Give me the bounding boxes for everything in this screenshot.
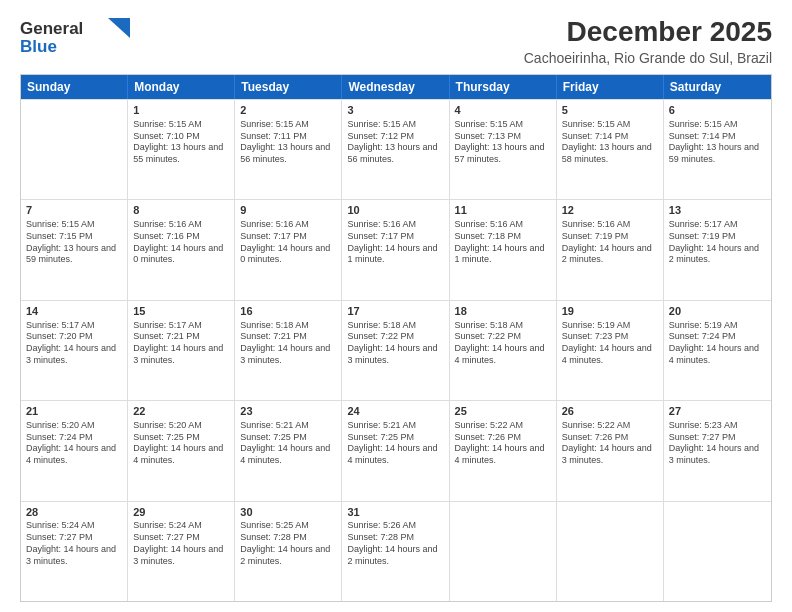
empty-cell-4-5 [557,502,664,601]
svg-text:General: General [20,19,83,38]
empty-cell-4-4 [450,502,557,601]
calendar-cell-13: 13Sunrise: 5:17 AM Sunset: 7:19 PM Dayli… [664,200,771,299]
day-info: Sunrise: 5:18 AM Sunset: 7:21 PM Dayligh… [240,320,336,367]
calendar-cell-10: 10Sunrise: 5:16 AM Sunset: 7:17 PM Dayli… [342,200,449,299]
calendar-cell-3: 3Sunrise: 5:15 AM Sunset: 7:12 PM Daylig… [342,100,449,199]
day-number: 30 [240,505,336,520]
calendar-cell-2: 2Sunrise: 5:15 AM Sunset: 7:11 PM Daylig… [235,100,342,199]
day-number: 24 [347,404,443,419]
day-info: Sunrise: 5:15 AM Sunset: 7:14 PM Dayligh… [562,119,658,166]
day-number: 23 [240,404,336,419]
day-info: Sunrise: 5:15 AM Sunset: 7:15 PM Dayligh… [26,219,122,266]
day-info: Sunrise: 5:21 AM Sunset: 7:25 PM Dayligh… [240,420,336,467]
day-number: 14 [26,304,122,319]
day-info: Sunrise: 5:15 AM Sunset: 7:10 PM Dayligh… [133,119,229,166]
calendar-cell-8: 8Sunrise: 5:16 AM Sunset: 7:16 PM Daylig… [128,200,235,299]
calendar-cell-17: 17Sunrise: 5:18 AM Sunset: 7:22 PM Dayli… [342,301,449,400]
calendar-cell-5: 5Sunrise: 5:15 AM Sunset: 7:14 PM Daylig… [557,100,664,199]
header-friday: Friday [557,75,664,99]
day-info: Sunrise: 5:22 AM Sunset: 7:26 PM Dayligh… [562,420,658,467]
calendar-cell-14: 14Sunrise: 5:17 AM Sunset: 7:20 PM Dayli… [21,301,128,400]
calendar-row-3: 21Sunrise: 5:20 AM Sunset: 7:24 PM Dayli… [21,400,771,500]
empty-cell-0-0 [21,100,128,199]
calendar-cell-30: 30Sunrise: 5:25 AM Sunset: 7:28 PM Dayli… [235,502,342,601]
calendar-cell-27: 27Sunrise: 5:23 AM Sunset: 7:27 PM Dayli… [664,401,771,500]
day-info: Sunrise: 5:25 AM Sunset: 7:28 PM Dayligh… [240,520,336,567]
day-info: Sunrise: 5:19 AM Sunset: 7:24 PM Dayligh… [669,320,766,367]
day-number: 25 [455,404,551,419]
header-tuesday: Tuesday [235,75,342,99]
calendar-cell-22: 22Sunrise: 5:20 AM Sunset: 7:25 PM Dayli… [128,401,235,500]
empty-cell-4-6 [664,502,771,601]
calendar-cell-25: 25Sunrise: 5:22 AM Sunset: 7:26 PM Dayli… [450,401,557,500]
calendar-cell-11: 11Sunrise: 5:16 AM Sunset: 7:18 PM Dayli… [450,200,557,299]
day-number: 19 [562,304,658,319]
calendar-cell-23: 23Sunrise: 5:21 AM Sunset: 7:25 PM Dayli… [235,401,342,500]
calendar-cell-6: 6Sunrise: 5:15 AM Sunset: 7:14 PM Daylig… [664,100,771,199]
day-number: 27 [669,404,766,419]
day-number: 7 [26,203,122,218]
day-info: Sunrise: 5:16 AM Sunset: 7:18 PM Dayligh… [455,219,551,266]
day-info: Sunrise: 5:15 AM Sunset: 7:12 PM Dayligh… [347,119,443,166]
calendar-cell-7: 7Sunrise: 5:15 AM Sunset: 7:15 PM Daylig… [21,200,128,299]
day-number: 8 [133,203,229,218]
day-info: Sunrise: 5:17 AM Sunset: 7:21 PM Dayligh… [133,320,229,367]
day-info: Sunrise: 5:20 AM Sunset: 7:25 PM Dayligh… [133,420,229,467]
day-info: Sunrise: 5:19 AM Sunset: 7:23 PM Dayligh… [562,320,658,367]
calendar-header: Sunday Monday Tuesday Wednesday Thursday… [21,75,771,99]
calendar-cell-26: 26Sunrise: 5:22 AM Sunset: 7:26 PM Dayli… [557,401,664,500]
svg-text:Blue: Blue [20,37,57,56]
day-number: 21 [26,404,122,419]
day-number: 3 [347,103,443,118]
calendar-row-4: 28Sunrise: 5:24 AM Sunset: 7:27 PM Dayli… [21,501,771,601]
day-info: Sunrise: 5:20 AM Sunset: 7:24 PM Dayligh… [26,420,122,467]
day-number: 20 [669,304,766,319]
calendar-row-0: 1Sunrise: 5:15 AM Sunset: 7:10 PM Daylig… [21,99,771,199]
calendar-cell-1: 1Sunrise: 5:15 AM Sunset: 7:10 PM Daylig… [128,100,235,199]
day-info: Sunrise: 5:23 AM Sunset: 7:27 PM Dayligh… [669,420,766,467]
calendar-cell-24: 24Sunrise: 5:21 AM Sunset: 7:25 PM Dayli… [342,401,449,500]
day-number: 11 [455,203,551,218]
day-number: 9 [240,203,336,218]
header-saturday: Saturday [664,75,771,99]
header-thursday: Thursday [450,75,557,99]
day-info: Sunrise: 5:22 AM Sunset: 7:26 PM Dayligh… [455,420,551,467]
day-info: Sunrise: 5:24 AM Sunset: 7:27 PM Dayligh… [26,520,122,567]
day-number: 16 [240,304,336,319]
header-monday: Monday [128,75,235,99]
calendar-cell-29: 29Sunrise: 5:24 AM Sunset: 7:27 PM Dayli… [128,502,235,601]
day-number: 15 [133,304,229,319]
day-info: Sunrise: 5:16 AM Sunset: 7:16 PM Dayligh… [133,219,229,266]
calendar-cell-9: 9Sunrise: 5:16 AM Sunset: 7:17 PM Daylig… [235,200,342,299]
day-info: Sunrise: 5:16 AM Sunset: 7:19 PM Dayligh… [562,219,658,266]
day-number: 17 [347,304,443,319]
calendar-cell-21: 21Sunrise: 5:20 AM Sunset: 7:24 PM Dayli… [21,401,128,500]
day-info: Sunrise: 5:16 AM Sunset: 7:17 PM Dayligh… [240,219,336,266]
calendar-cell-4: 4Sunrise: 5:15 AM Sunset: 7:13 PM Daylig… [450,100,557,199]
day-info: Sunrise: 5:15 AM Sunset: 7:11 PM Dayligh… [240,119,336,166]
day-number: 2 [240,103,336,118]
day-number: 18 [455,304,551,319]
day-info: Sunrise: 5:17 AM Sunset: 7:19 PM Dayligh… [669,219,766,266]
calendar-cell-28: 28Sunrise: 5:24 AM Sunset: 7:27 PM Dayli… [21,502,128,601]
day-info: Sunrise: 5:24 AM Sunset: 7:27 PM Dayligh… [133,520,229,567]
calendar-row-2: 14Sunrise: 5:17 AM Sunset: 7:20 PM Dayli… [21,300,771,400]
calendar-body: 1Sunrise: 5:15 AM Sunset: 7:10 PM Daylig… [21,99,771,601]
calendar-cell-16: 16Sunrise: 5:18 AM Sunset: 7:21 PM Dayli… [235,301,342,400]
day-number: 10 [347,203,443,218]
page: General Blue December 2025 Cachoeirinha,… [0,0,792,612]
day-number: 22 [133,404,229,419]
day-info: Sunrise: 5:18 AM Sunset: 7:22 PM Dayligh… [455,320,551,367]
day-number: 6 [669,103,766,118]
header: General Blue December 2025 Cachoeirinha,… [20,16,772,66]
svg-marker-2 [108,18,130,38]
day-number: 13 [669,203,766,218]
day-number: 12 [562,203,658,218]
subtitle: Cachoeirinha, Rio Grande do Sul, Brazil [524,50,772,66]
title-block: December 2025 Cachoeirinha, Rio Grande d… [524,16,772,66]
day-info: Sunrise: 5:18 AM Sunset: 7:22 PM Dayligh… [347,320,443,367]
day-number: 5 [562,103,658,118]
day-info: Sunrise: 5:17 AM Sunset: 7:20 PM Dayligh… [26,320,122,367]
calendar-cell-19: 19Sunrise: 5:19 AM Sunset: 7:23 PM Dayli… [557,301,664,400]
day-number: 31 [347,505,443,520]
